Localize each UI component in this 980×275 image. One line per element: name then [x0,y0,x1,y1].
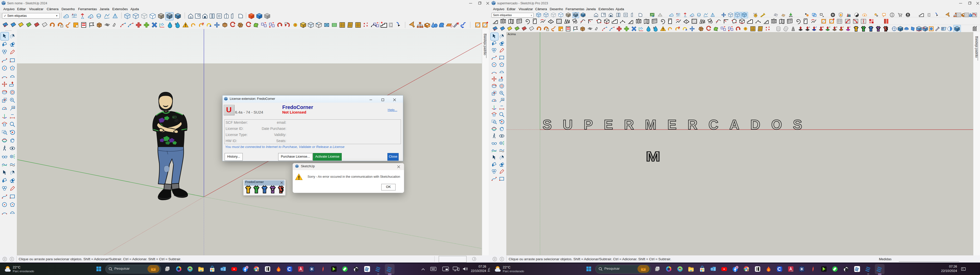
svg-text:R: R [822,26,824,28]
svg-text:CAD: CAD [301,270,303,272]
svg-text:82: 82 [246,266,248,268]
svg-text:X: X [842,26,844,28]
svg-text:N: N [836,26,837,28]
svg-text:A1: A1 [502,99,504,101]
svg-text:CAD: CAD [791,270,793,272]
svg-text:#: # [175,22,177,25]
svg-text:SVG: SVG [789,16,793,17]
svg-text:J: J [815,26,816,28]
svg-text:=: = [809,26,810,28]
svg-text:82: 82 [736,266,738,268]
svg-text:#: # [653,27,655,29]
svg-text:V: V [829,26,830,28]
svg-text:A1: A1 [13,106,15,109]
svg-text:#: # [4,24,6,28]
svg-text:#: # [494,28,496,31]
svg-text:37: 37 [173,117,175,118]
svg-text:F: F [850,26,851,28]
